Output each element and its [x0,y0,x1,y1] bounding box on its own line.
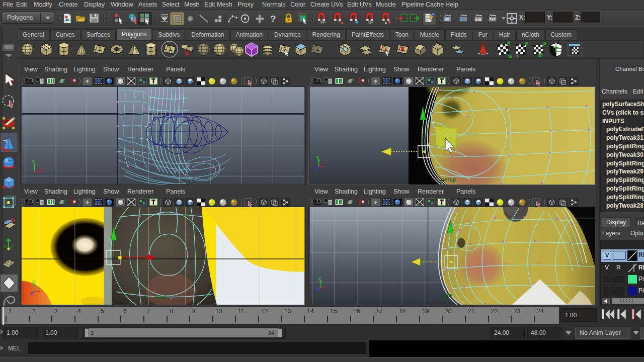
svg-text:side: side [441,292,452,298]
svg-text:front: front [154,294,167,300]
svg-text:IPR: IPR [475,18,481,22]
svg-text:persp: persp [441,176,456,183]
svg-text:?: ? [270,14,276,24]
